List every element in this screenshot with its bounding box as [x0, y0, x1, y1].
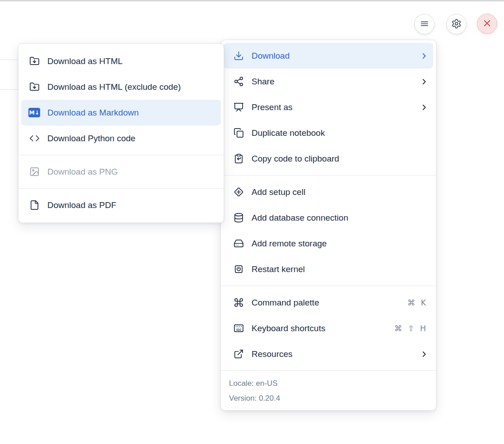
menu-item-command-palette[interactable]: Command palette⌘ K	[224, 290, 433, 315]
folder-down-icon	[28, 81, 40, 93]
menu-item-download-as-html-exclude-code[interactable]: Download as HTML (exclude code)	[21, 74, 221, 100]
menu-item-label: Duplicate notebook	[252, 128, 429, 138]
menu-item-duplicate-notebook[interactable]: Duplicate notebook	[224, 120, 433, 146]
menu-item-keyboard-shortcuts[interactable]: Keyboard shortcuts⌘ ⇧ H	[224, 315, 433, 341]
markdown-icon: M↓	[28, 107, 40, 119]
presentation-icon	[233, 102, 244, 113]
menu-item-share[interactable]: Share	[224, 69, 433, 94]
keyboard-shortcut-hint: ⌘ ⇧ H	[394, 324, 426, 333]
menu-item-label: Download as PDF	[47, 200, 216, 210]
folder-down-icon	[28, 56, 40, 67]
chevron-right-icon	[420, 103, 429, 112]
menu-item-label: Add database connection	[252, 213, 429, 223]
external-link-icon	[233, 348, 244, 360]
power-icon	[233, 264, 244, 275]
menu-item-label: Download as PNG	[47, 167, 216, 177]
chevron-right-icon	[420, 51, 429, 60]
menu-item-present-as[interactable]: Present as	[224, 94, 433, 120]
close-icon	[482, 18, 492, 30]
menu-item-download-as-png: Download as PNG	[21, 159, 221, 185]
database-icon	[233, 212, 244, 224]
menu-item-label: Restart kernel	[252, 264, 429, 274]
menu-item-label: Download as HTML	[47, 56, 216, 66]
menu-item-download-as-markdown[interactable]: M↓Download as Markdown	[21, 100, 221, 125]
menu-item-copy-code-to-clipboard[interactable]: Copy code to clipboard	[224, 146, 433, 171]
menu-item-label: Add remote storage	[252, 239, 429, 249]
download-submenu: Download as HTMLDownload as HTML (exclud…	[18, 43, 224, 223]
duplicate-icon	[233, 127, 244, 139]
image-icon	[28, 166, 40, 178]
menu-section: DownloadSharePresent asDuplicate noteboo…	[221, 40, 436, 175]
chevron-right-icon	[420, 350, 429, 359]
menu-item-label: Resources	[252, 349, 420, 359]
menu-section: Command palette⌘ KKeyboard shortcuts⌘ ⇧ …	[221, 286, 436, 370]
menu-item-download-as-html[interactable]: Download as HTML	[21, 48, 221, 74]
command-icon	[233, 297, 244, 309]
notebook-menu-button[interactable]	[414, 14, 435, 34]
menu-item-download-as-pdf[interactable]: Download as PDF	[21, 192, 221, 218]
notebook-actions-menu: DownloadSharePresent asDuplicate noteboo…	[220, 40, 436, 411]
menu-item-add-remote-storage[interactable]: Add remote storage	[224, 231, 433, 256]
menu-item-label: Share	[252, 77, 420, 87]
download-icon	[233, 50, 244, 62]
page-top-border	[0, 0, 504, 1]
menu-item-label: Download as Markdown	[47, 108, 216, 118]
share-icon	[233, 76, 244, 88]
menu-item-add-database-connection[interactable]: Add database connection	[224, 205, 433, 231]
menu-item-download[interactable]: Download	[224, 43, 433, 69]
keyboard-icon	[233, 323, 244, 334]
markdown-badge: M↓	[28, 108, 40, 117]
menu-section: Download as PNG	[18, 155, 224, 188]
menu-item-restart-kernel[interactable]: Restart kernel	[224, 256, 433, 282]
diamond-plus-icon	[233, 186, 244, 198]
background-rule-line	[0, 89, 18, 90]
gear-icon	[451, 18, 462, 30]
file-icon	[28, 199, 40, 211]
menu-section: Download as PDF	[18, 188, 224, 222]
background-rule-line	[0, 60, 18, 60]
menu-section: Add setup cellAdd database connectionAdd…	[221, 175, 436, 286]
version-text: Version: 0.20.4	[229, 391, 428, 406]
shutdown-button[interactable]	[477, 14, 497, 34]
menu-item-label: Keyboard shortcuts	[252, 324, 394, 333]
menu-section: Download as HTMLDownload as HTML (exclud…	[18, 44, 224, 155]
menu-item-label: Download	[252, 51, 420, 61]
menu-item-resources[interactable]: Resources	[224, 341, 433, 367]
code-icon	[28, 133, 40, 144]
menu-item-download-python-code[interactable]: Download Python code	[21, 125, 221, 151]
menu-item-add-setup-cell[interactable]: Add setup cell	[224, 179, 433, 205]
menu-item-label: Present as	[252, 102, 420, 112]
settings-button[interactable]	[446, 14, 467, 34]
locale-text: Locale: en-US	[229, 376, 428, 391]
menu-item-label: Download as HTML (exclude code)	[47, 82, 216, 92]
menu-item-label: Download Python code	[47, 134, 216, 143]
menu-item-label: Add setup cell	[252, 187, 429, 197]
clipboard-arrow-icon	[233, 153, 244, 165]
keyboard-shortcut-hint: ⌘ K	[407, 298, 426, 307]
menu-item-label: Copy code to clipboard	[252, 154, 429, 164]
chevron-right-icon	[420, 77, 429, 86]
menu-item-label: Command palette	[252, 298, 407, 308]
menu-footer: Locale: en-US Version: 0.20.4	[221, 370, 436, 410]
hamburger-icon	[419, 18, 430, 30]
hard-drive-icon	[233, 238, 244, 250]
